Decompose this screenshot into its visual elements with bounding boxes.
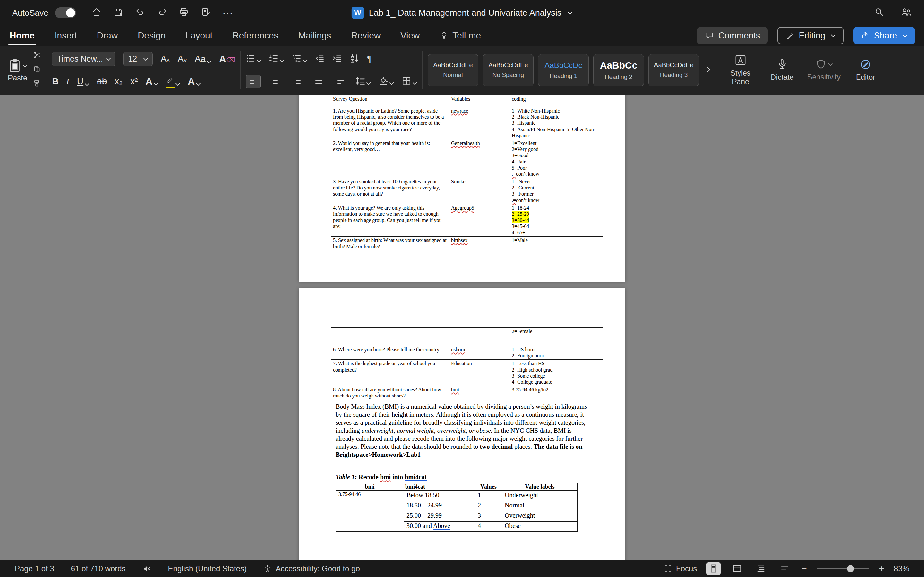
style-no-spacing[interactable]: AaBbCcDdEe No Spacing: [483, 54, 533, 86]
view-web-layout-button[interactable]: [730, 562, 744, 575]
share-icon: [861, 31, 869, 40]
tab-review[interactable]: Review: [351, 29, 381, 43]
tab-mailings[interactable]: Mailings: [298, 29, 332, 43]
highlight-color-button[interactable]: [166, 76, 180, 86]
zoom-slider-thumb[interactable]: [847, 565, 854, 572]
align-left-button[interactable]: [246, 75, 260, 88]
shrink-font-button[interactable]: A˅: [178, 54, 187, 64]
borders-button[interactable]: [402, 76, 417, 87]
style-normal[interactable]: AaBbCcDdEe Normal: [428, 54, 478, 86]
align-right-button[interactable]: [290, 75, 304, 88]
autosave-label: AutoSave: [12, 8, 48, 18]
autosave-toggle[interactable]: [55, 7, 76, 18]
document-page-1[interactable]: Survey Question Variables coding 1. Are …: [299, 95, 625, 282]
tab-design[interactable]: Design: [137, 29, 166, 43]
tab-layout[interactable]: Layout: [185, 29, 213, 43]
document-page-2[interactable]: 2=Female 6. Where were you born? Please …: [299, 288, 625, 560]
table1-caption: Table 1: Recode bmi into bmi4cat: [336, 474, 427, 481]
word-app-icon: W: [352, 7, 364, 19]
col-survey-question: Survey Question: [331, 95, 449, 107]
accessibility-status[interactable]: Accessibility: Good to go: [263, 564, 360, 573]
zoom-level[interactable]: 83%: [894, 564, 909, 573]
show-paragraph-marks-button[interactable]: ¶: [367, 54, 372, 64]
focus-toggle[interactable]: Focus: [664, 564, 697, 573]
print-icon[interactable]: [179, 7, 189, 19]
clear-formatting-button[interactable]: A⌫: [219, 54, 235, 64]
italic-button[interactable]: I: [66, 76, 69, 87]
view-print-layout-button[interactable]: [706, 562, 720, 575]
comments-button[interactable]: Comments: [697, 27, 768, 44]
editor-button[interactable]: Editor: [846, 58, 885, 81]
superscript-button[interactable]: x²: [130, 76, 137, 87]
quick-edit-icon[interactable]: [200, 7, 211, 19]
bullets-button[interactable]: [246, 53, 261, 64]
subscript-button[interactable]: x₂: [115, 76, 123, 87]
font-color-button[interactable]: A: [188, 77, 200, 86]
bmi-paragraph: Body Mass Index (BMI) is a numerical val…: [336, 403, 590, 459]
read-aloud-muted-icon[interactable]: [142, 564, 152, 573]
save-icon[interactable]: [113, 7, 124, 19]
underline-button[interactable]: U: [77, 76, 89, 87]
tab-references[interactable]: References: [232, 29, 279, 43]
sort-button[interactable]: [350, 53, 359, 64]
paste-button[interactable]: Paste: [8, 58, 27, 82]
bold-button[interactable]: B: [52, 76, 58, 87]
dictate-button[interactable]: Dictate: [762, 58, 802, 81]
strikethrough-button[interactable]: ab: [97, 76, 107, 87]
pencil-icon: [786, 31, 794, 40]
zoom-in-button[interactable]: +: [879, 564, 884, 574]
distribute-text-button[interactable]: [334, 75, 348, 88]
zoom-slider[interactable]: [817, 568, 869, 569]
font-group: Times New... 12 A˄ A˅ Aa A⌫ B I U ab x₂ …: [52, 47, 235, 93]
toolbar-overflow-icon[interactable]: ⋯: [222, 6, 234, 19]
numbering-button[interactable]: [269, 53, 284, 64]
style-heading-2[interactable]: AaBbCc Heading 2: [593, 54, 644, 86]
style-heading-3[interactable]: AaBbCcDdEe Heading 3: [648, 54, 699, 86]
align-center-button[interactable]: [268, 75, 282, 88]
view-draft-button[interactable]: [778, 562, 792, 575]
increase-indent-button[interactable]: [333, 53, 342, 64]
multilevel-list-button[interactable]: [292, 53, 307, 64]
zoom-out-button[interactable]: −: [801, 564, 806, 574]
editing-mode-button[interactable]: Editing: [777, 27, 844, 44]
font-name-select[interactable]: Times New...: [52, 52, 115, 66]
tab-draw[interactable]: Draw: [96, 29, 118, 43]
tab-tell-me[interactable]: Tell me: [439, 29, 481, 43]
decrease-indent-button[interactable]: [315, 53, 325, 64]
tab-home[interactable]: Home: [9, 29, 35, 43]
table-row: 2=Female: [331, 327, 604, 337]
page-indicator[interactable]: Page 1 of 3: [15, 564, 54, 573]
comment-icon: [705, 31, 714, 40]
word-count[interactable]: 61 of 710 words: [71, 564, 126, 573]
styles-pane-button[interactable]: Styles Pane: [720, 54, 760, 86]
sensitivity-button[interactable]: Sensitivity: [804, 59, 844, 81]
cut-button[interactable]: [33, 51, 41, 61]
copy-button[interactable]: [33, 65, 41, 75]
justify-button[interactable]: [312, 75, 326, 88]
text-effects-button[interactable]: A: [145, 77, 158, 86]
view-outline-button[interactable]: [754, 562, 768, 575]
language-indicator[interactable]: English (United States): [168, 564, 247, 573]
redo-icon[interactable]: [157, 7, 167, 19]
presence-share-icon[interactable]: [900, 7, 912, 19]
highlighted-text: 2=25-29: [512, 211, 529, 217]
tab-insert[interactable]: Insert: [54, 29, 78, 43]
change-case-button[interactable]: Aa: [195, 54, 212, 64]
shading-button[interactable]: [379, 76, 394, 87]
search-icon[interactable]: [874, 7, 885, 19]
grow-font-button[interactable]: A˄: [160, 54, 170, 64]
tab-view[interactable]: View: [400, 29, 420, 43]
titlebar: AutoSave ⋯ W Lab 1_ Data Management and …: [0, 0, 924, 26]
format-painter-button[interactable]: [33, 79, 41, 89]
title-chevron-down-icon[interactable]: [568, 10, 572, 15]
undo-icon[interactable]: [135, 7, 145, 19]
styles-gallery-expand-icon[interactable]: [704, 67, 710, 72]
survey-table-continued: 2=Female 6. Where were you born? Please …: [331, 327, 604, 400]
home-icon[interactable]: [91, 7, 102, 19]
document-title[interactable]: Lab 1_ Data Management and Univariate An…: [369, 8, 561, 18]
style-heading-1[interactable]: AaBbCcDc Heading 1: [538, 54, 589, 86]
paragraph-group: ¶: [246, 47, 417, 93]
share-button[interactable]: Share: [853, 27, 915, 44]
line-spacing-button[interactable]: [355, 76, 371, 87]
font-size-select[interactable]: 12: [123, 52, 153, 66]
